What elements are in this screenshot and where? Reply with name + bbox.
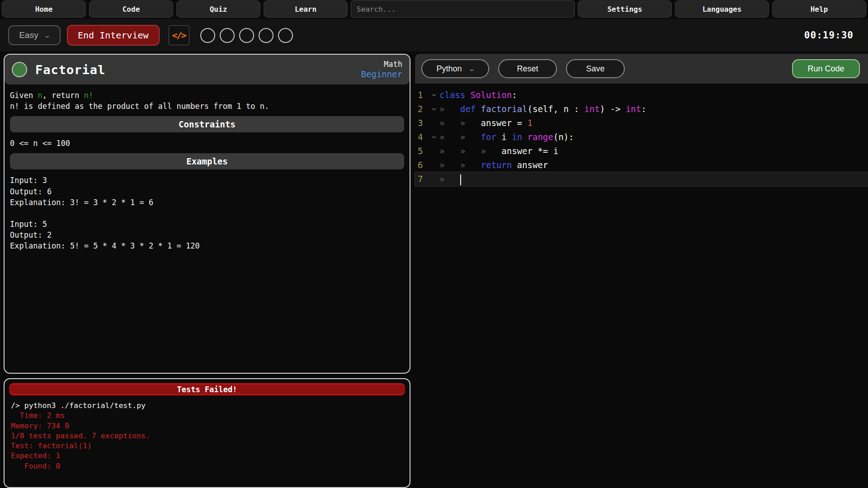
fold-chevron-icon[interactable]: › (429, 88, 439, 102)
save-button[interactable]: Save (566, 59, 625, 78)
progress-circle (200, 28, 215, 43)
progress-circle (220, 28, 235, 43)
fold-chevron-icon[interactable]: › (429, 130, 439, 144)
test-output-line: Time: 2 ms (11, 411, 403, 421)
code-line[interactable]: 4›» » for i in range(n): (415, 130, 868, 144)
code-text: » » return answer (439, 158, 548, 172)
code-line[interactable]: 6» » return answer (415, 158, 868, 172)
interview-toolbar: Easy ⌄ End Interview </> 00:19:30 (0, 19, 868, 52)
end-interview-button[interactable]: End Interview (67, 25, 160, 46)
code-line[interactable]: 3» » answer = 1 (415, 116, 868, 130)
code-editor[interactable]: 1›class Solution:2›» def factorial(self,… (415, 84, 868, 488)
line-number: 3 (415, 116, 429, 130)
code-icon[interactable]: </> (169, 25, 189, 45)
nav-tab-settings[interactable]: Settings (578, 0, 672, 18)
left-column: Factorial Math Beginner Given n, return … (4, 54, 410, 488)
code-text: » » answer = 1 (439, 116, 533, 130)
problem-text-line: Output: 2 (10, 230, 404, 240)
right-column: Python ⌄ Reset Save Run Code 1›class Sol… (415, 54, 868, 488)
problem-text-line: Explanation: 3! = 3 * 2 * 1 = 6 (10, 197, 404, 208)
timer: 00:19:30 (804, 30, 854, 41)
problem-text-line (10, 208, 404, 219)
test-output: /> python3 ./factorial/test.py Time: 2 m… (5, 399, 410, 473)
line-number: 6 (415, 158, 429, 172)
nav-tab-home[interactable]: Home (2, 0, 86, 18)
problem-text-line: Explanation: 5! = 5 * 4 * 3 * 2 * 1 = 12… (10, 240, 404, 251)
problem-text-line: Input: 5 (10, 219, 404, 230)
line-number: 5 (415, 144, 429, 158)
code-text: » (439, 172, 461, 186)
problem-text-line: 0 <= n <= 100 (10, 138, 404, 149)
difficulty-select[interactable]: Easy ⌄ (8, 25, 61, 45)
code-line[interactable]: 2›» def factorial(self, n : int) -> int: (415, 102, 868, 116)
nav-right-tabs: SettingsLanguagesHelp (577, 0, 867, 19)
tests-panel: Tests Failed! /> python3 ./factorial/tes… (4, 378, 410, 488)
problem-text-line: Given n, return n! (10, 90, 404, 101)
problem-text-line: n! is defined as the product of all numb… (10, 101, 404, 112)
problem-header: Factorial Math Beginner (5, 55, 410, 84)
progress-circle (239, 28, 254, 43)
code-text: » def factorial(self, n : int) -> int: (439, 102, 646, 116)
nav-tab-code[interactable]: Code (89, 0, 173, 18)
fold-chevron-icon[interactable]: › (429, 102, 439, 116)
top-nav: HomeCodeQuizLearn SettingsLanguagesHelp (0, 0, 868, 19)
reset-button[interactable]: Reset (498, 59, 557, 78)
test-output-line: /> python3 ./factorial/test.py (11, 401, 403, 411)
nav-tab-quiz[interactable]: Quiz (176, 0, 260, 18)
chevron-down-icon: ⌄ (468, 66, 475, 72)
test-output-line: Expected: 1 (11, 451, 403, 461)
problem-tags: Math Beginner (361, 60, 402, 80)
nav-tab-languages[interactable]: Languages (675, 0, 769, 18)
difficulty-tag[interactable]: Beginner (361, 69, 402, 80)
tests-failed-banner: Tests Failed! (9, 383, 405, 395)
language-value: Python (437, 64, 462, 74)
chevron-down-icon: ⌄ (43, 32, 50, 39)
status-dot-icon (12, 62, 27, 77)
code-line[interactable]: 5» » » answer *= i (415, 144, 868, 158)
problem-text-line: Output: 6 (10, 186, 404, 197)
nav-tab-help[interactable]: Help (772, 0, 866, 18)
category-tag: Math (361, 60, 402, 69)
main-area: Factorial Math Beginner Given n, return … (0, 52, 868, 488)
code-text: » » » answer *= i (439, 144, 558, 158)
code-text: » » for i in range(n): (439, 130, 574, 144)
run-code-button[interactable]: Run Code (792, 59, 860, 78)
search-input[interactable] (351, 5, 574, 14)
section-heading-constraints: Constraints (10, 116, 404, 132)
problem-title: Factorial (35, 63, 105, 77)
problem-text-line: Input: 3 (10, 175, 404, 186)
code-line[interactable]: 7» (415, 172, 868, 186)
problem-body: Given n, return n!n! is defined as the p… (5, 84, 410, 257)
nav-left-tabs: HomeCodeQuizLearn (1, 0, 349, 19)
language-select[interactable]: Python ⌄ (421, 59, 489, 78)
test-output-line: Memory: 734 B (11, 421, 403, 431)
code-text: class Solution: (439, 88, 517, 102)
text-cursor (460, 174, 461, 185)
editor-toolbar: Python ⌄ Reset Save Run Code (415, 54, 868, 84)
progress-circles (200, 28, 293, 43)
problem-panel: Factorial Math Beginner Given n, return … (4, 54, 410, 374)
test-output-line: Test: factorial(1) (11, 441, 403, 451)
difficulty-value: Easy (19, 30, 38, 40)
progress-circle (259, 28, 274, 43)
line-number: 7 (415, 172, 429, 186)
progress-circle (278, 28, 293, 43)
test-output-line: 1/8 tests passed. 7 exceptions. (11, 431, 403, 441)
test-output-line: Found: 0 (11, 461, 403, 471)
nav-tab-learn[interactable]: Learn (264, 0, 348, 18)
search-box[interactable] (351, 0, 575, 18)
code-line[interactable]: 1›class Solution: (415, 88, 868, 102)
section-heading-examples: Examples (10, 153, 404, 169)
